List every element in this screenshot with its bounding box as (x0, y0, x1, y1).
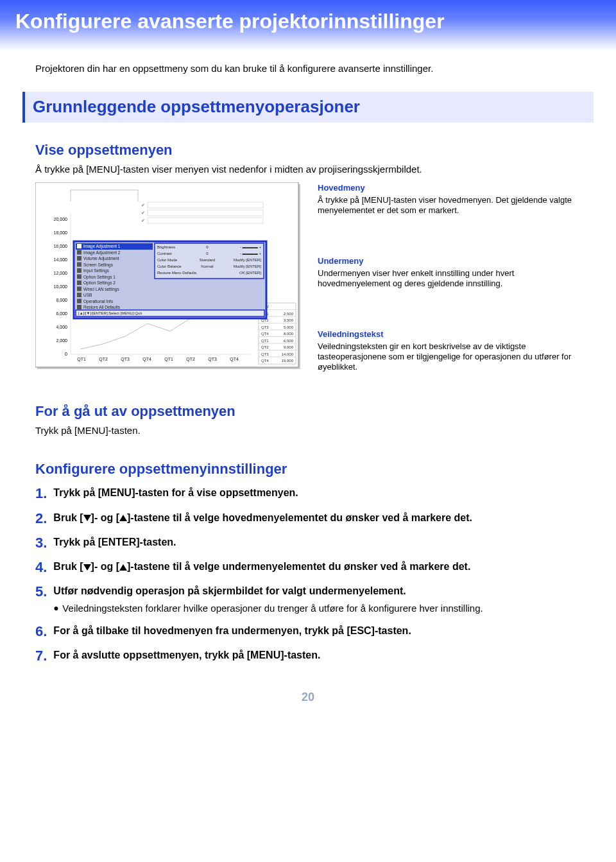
svg-text:Contrast: Contrast (157, 252, 172, 255)
svg-text:✔: ✔ (141, 211, 145, 215)
step-text: For å gå tilbake til hovedmenyen fra und… (53, 624, 581, 638)
svg-rect-67 (77, 263, 81, 267)
svg-text:0: 0 (65, 352, 67, 356)
step-number: 4. (35, 560, 47, 575)
step-number: 5. (35, 584, 47, 599)
step-body: For å avslutte oppsettmenyen, trykk på [… (53, 648, 581, 662)
page-container: Konfigurere avanserte projektorinnstilli… (0, 0, 616, 731)
note-undermeny: Undermeny Undermenyen viser hver enkelt … (318, 255, 581, 289)
exit-heading: For å gå ut av oppsettmenyen (35, 402, 581, 421)
arrow-down-icon (83, 564, 91, 571)
step-number: 2. (35, 511, 47, 526)
note-hovedmeny-body: Å trykke på [MENU]-tasten viser hovedmen… (318, 195, 581, 216)
svg-text:QT1: QT1 (77, 357, 86, 362)
svg-text:2,500: 2,500 (284, 312, 294, 316)
step-text: Bruk []- og []-tastene til å velge hoved… (53, 511, 581, 525)
svg-text:16,000: 16,000 (54, 244, 68, 248)
page-title-banner: Konfigurere avanserte projektorinnstilli… (0, 0, 616, 51)
svg-text:QT3: QT3 (261, 325, 269, 329)
step-number: 7. (35, 648, 47, 664)
svg-rect-73 (77, 280, 81, 285)
svg-text:14,000: 14,000 (54, 257, 68, 262)
steps-list: 1.Trykk på [MENU]-tasten for å vise opps… (35, 486, 581, 664)
svg-text:Restore All Defaults: Restore All Defaults (83, 305, 121, 309)
step-body: Bruk []- og []-tastene til å velge under… (53, 560, 581, 574)
step-sub-bullet-text: Veiledningsteksten forklarer hvilke oper… (62, 602, 483, 615)
svg-text:Image Adjustment 1: Image Adjustment 1 (83, 244, 121, 249)
svg-text:9,000: 9,000 (284, 345, 294, 349)
svg-rect-69 (77, 268, 81, 273)
step-body: Trykk på [ENTER]-tasten. (53, 535, 581, 549)
svg-text:5,000: 5,000 (284, 325, 294, 329)
note-veiledning-body: Veiledningsteksten gir en kort beskrivel… (318, 341, 581, 373)
svg-text:Input Settings: Input Settings (83, 268, 109, 273)
note-hovedmeny: Hovedmeny Å trykke på [MENU]-tasten vise… (318, 182, 581, 216)
exit-body: Trykk på [MENU]-tasten. (35, 424, 581, 437)
menu-diagram-svg: 20,00018,00016,00014,00012,00010,0008,00… (35, 182, 305, 372)
svg-text:OK [ENTER]: OK [ENTER] (239, 271, 261, 275)
konfig-heading: Konfigurere oppsettmenyinnstillinger (35, 460, 581, 479)
svg-text:18,000: 18,000 (54, 230, 68, 235)
vise-heading: Vise oppsettmenyen (35, 141, 581, 160)
svg-text:Screen Settings: Screen Settings (83, 263, 114, 268)
svg-text:- ▬▬▬▬ +: - ▬▬▬▬ + (240, 245, 261, 249)
diagram-box: 20,00018,00016,00014,00012,00010,0008,00… (35, 182, 305, 375)
arrow-down-icon (83, 515, 91, 521)
svg-rect-79 (77, 299, 81, 304)
step-number: 1. (35, 486, 47, 501)
arrow-up-icon (119, 564, 127, 571)
note-hovedmeny-title: Hovedmeny (318, 182, 581, 194)
section-heading: Grunnleggende oppsettmenyoperasjoner (33, 97, 360, 116)
svg-rect-75 (77, 287, 81, 291)
step-text: Trykk på [ENTER]-tasten. (53, 535, 581, 549)
svg-rect-77 (77, 293, 81, 297)
svg-text:Color Mode: Color Mode (157, 258, 178, 262)
step-number: 3. (35, 535, 47, 551)
svg-text:Normal: Normal (201, 264, 213, 268)
svg-rect-65 (77, 256, 81, 261)
svg-text:Brightness: Brightness (157, 245, 175, 249)
section-heading-bar: Grunnleggende oppsettmenyoperasjoner (22, 92, 594, 122)
diagram-row: 20,00018,00016,00014,00012,00010,0008,00… (35, 182, 581, 375)
step-body: Utfør nødvendig operasjon på skjermbilde… (53, 584, 581, 615)
svg-text:2,000: 2,000 (56, 338, 67, 343)
step-text: Utfør nødvendig operasjon på skjermbilde… (53, 584, 581, 598)
svg-text:8,000: 8,000 (56, 298, 67, 302)
svg-text:Volume Adjustment: Volume Adjustment (83, 256, 119, 261)
svg-text:Option Settings 1: Option Settings 1 (83, 275, 116, 280)
svg-text:QT3: QT3 (261, 352, 269, 356)
content-area: Projektoren din har en oppsettmeny som d… (0, 62, 616, 705)
step-body: Bruk []- og []-tastene til å velge hoved… (53, 511, 581, 525)
step-item: 7.For å avslutte oppsettmenyen, trykk på… (35, 648, 581, 664)
svg-text:Modify [ENTER]: Modify [ENTER] (234, 264, 261, 268)
intro-paragraph: Projektoren din har en oppsettmeny som d… (35, 62, 581, 75)
svg-text:QT1: QT1 (261, 339, 269, 343)
svg-text:14,000: 14,000 (282, 352, 294, 356)
svg-text:Color Balance: Color Balance (157, 264, 182, 268)
diagram-notes: Hovedmeny Å trykke på [MENU]-tasten vise… (318, 182, 581, 372)
svg-text:6,000: 6,000 (56, 311, 67, 316)
svg-text:QT4: QT4 (261, 332, 269, 336)
svg-rect-61 (77, 244, 81, 248)
svg-text:QT3: QT3 (208, 357, 217, 362)
svg-text:3,500: 3,500 (284, 318, 294, 322)
step-text: Trykk på [MENU]-tasten for å vise oppset… (53, 486, 581, 500)
svg-text:Restore Menu Defaults: Restore Menu Defaults (157, 271, 196, 275)
bullet-icon: ● (53, 602, 62, 615)
svg-text:4,000: 4,000 (56, 325, 67, 329)
svg-text:QT2: QT2 (186, 357, 195, 362)
note-veiledning: Veiledningstekst Veiledningsteksten gir … (318, 329, 581, 372)
svg-text:12,000: 12,000 (54, 271, 68, 275)
svg-text:Standard: Standard (200, 258, 215, 262)
note-veiledning-title: Veiledningstekst (318, 329, 581, 340)
page-number: 20 (35, 689, 581, 705)
step-text: For å avslutte oppsettmenyen, trykk på [… (53, 648, 581, 662)
step-item: 1.Trykk på [MENU]-tasten for å vise opps… (35, 486, 581, 501)
svg-text:[▲]/[▼]/[ENTER]:Select [MENU]:: [▲]/[▼]/[ENTER]:Select [MENU]:Quit (78, 311, 142, 315)
svg-text:Wired LAN settings: Wired LAN settings (83, 287, 119, 292)
svg-rect-81 (77, 305, 81, 309)
svg-text:10,000: 10,000 (54, 284, 68, 289)
step-item: 4.Bruk []- og []-tastene til å velge und… (35, 560, 581, 575)
svg-text:QT4: QT4 (142, 357, 151, 362)
svg-rect-71 (77, 275, 81, 279)
